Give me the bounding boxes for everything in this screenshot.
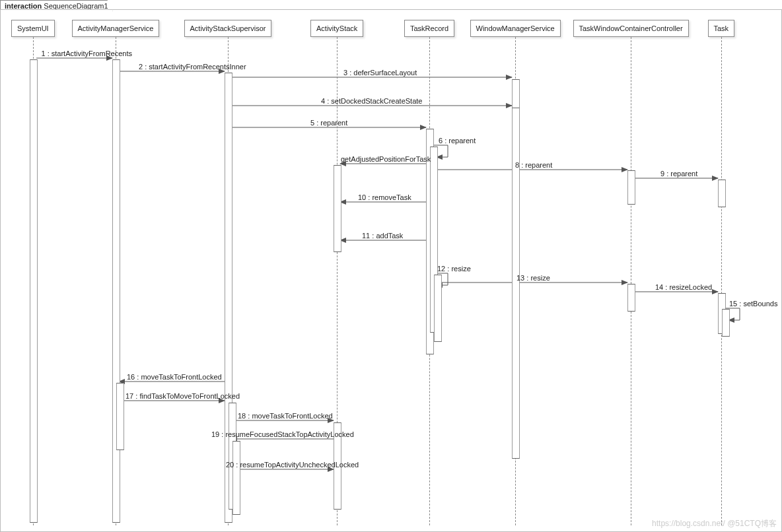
activation bbox=[718, 180, 726, 207]
message-label: 6 : reparent bbox=[439, 137, 476, 145]
message-label: 19 : resumeFocusedStackTopActivityLocked bbox=[211, 430, 354, 438]
message-label: 3 : deferSurfaceLayout bbox=[343, 69, 417, 77]
participant-p3: ActivityStack bbox=[310, 20, 363, 37]
participant-p4: TaskRecord bbox=[404, 20, 454, 37]
activation bbox=[627, 170, 635, 205]
participant-p2: ActivityStackSupervisor bbox=[184, 20, 272, 37]
activation bbox=[30, 59, 38, 523]
lifeline-p6 bbox=[631, 37, 631, 525]
message-label: 2 : startActivityFromRecentsInner bbox=[139, 63, 246, 71]
activation bbox=[112, 59, 120, 523]
message-label: 10 : removeTask bbox=[358, 193, 411, 201]
participant-p1: ActivityManagerService bbox=[72, 20, 160, 37]
participant-p5: WindowManagerService bbox=[470, 20, 561, 37]
participant-p6: TaskWindowContainerController bbox=[573, 20, 689, 37]
message-label: 9 : reparent bbox=[660, 170, 697, 178]
sequence-diagram-canvas: interaction SequenceDiagram1 https://blo… bbox=[0, 0, 782, 532]
message-label: 1 : startActivityFromRecents bbox=[42, 50, 133, 57]
message-label: 16 : moveTaskToFrontLocked bbox=[127, 373, 222, 381]
message-label: 5 : reparent bbox=[310, 119, 347, 127]
activation bbox=[232, 441, 240, 515]
message-label: 12 : resize bbox=[437, 265, 471, 273]
participant-p0: SystemUI bbox=[11, 20, 55, 37]
message-label: 18 : moveTaskToFrontLocked bbox=[238, 412, 333, 420]
message-label: 11 : addTask bbox=[362, 232, 403, 240]
message-label: 17 : findTaskToMoveToFrontLocked bbox=[125, 392, 240, 400]
message-label: 15 : setBounds bbox=[729, 300, 777, 308]
participant-p7: Task bbox=[708, 20, 735, 37]
message-label: 13 : resize bbox=[516, 274, 550, 282]
message-label: 20 : resumeTopActivityUncheckedLocked bbox=[226, 461, 359, 469]
message-label: 4 : setDockedStackCreateState bbox=[321, 97, 422, 105]
activation bbox=[722, 309, 730, 337]
message-label: getAdjustedPositionForTask bbox=[341, 155, 431, 163]
activation bbox=[434, 275, 442, 342]
activation bbox=[334, 165, 341, 252]
lifeline-p7 bbox=[721, 37, 722, 525]
message-label: 8 : reparent bbox=[515, 161, 552, 169]
watermark: https://blog.csdn.net/ @51CTQ博客 bbox=[652, 518, 777, 529]
message-label: 14 : resizeLocked bbox=[655, 283, 712, 291]
activation bbox=[627, 284, 635, 312]
activation bbox=[512, 108, 520, 459]
activation bbox=[116, 383, 124, 450]
